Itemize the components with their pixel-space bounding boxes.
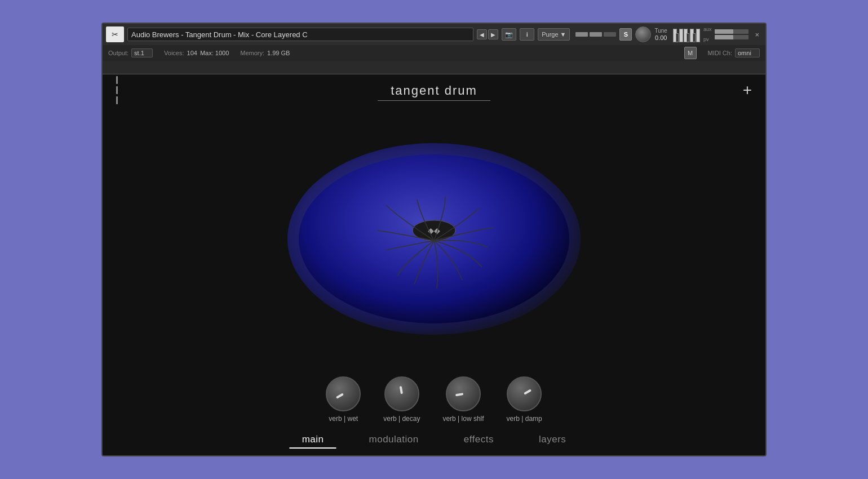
instrument-header: tangent drum + xyxy=(103,74,765,105)
camera-button[interactable]: 📷 xyxy=(502,28,516,41)
verb-lowshlf-label: verb | low shlf xyxy=(442,415,484,423)
memory-label: Memory: xyxy=(240,50,264,56)
verb-lowshlf-knob[interactable] xyxy=(446,376,481,411)
voices-section: Voices: 104 Max: 1000 xyxy=(164,50,229,56)
tune-value: 0.00 xyxy=(655,34,667,41)
output-label: Output: xyxy=(108,50,129,56)
nav-tabs: main modulation effects layers xyxy=(103,428,765,455)
level-sliders xyxy=(715,29,749,39)
level-slider-top[interactable] xyxy=(715,29,749,34)
knob-control-verb-lowshlf: verb | low shlf xyxy=(442,376,484,423)
nav-arrows: ◀ ▶ xyxy=(477,29,498,39)
memory-value: 1.99 GB xyxy=(267,50,290,56)
purge-label: Purge xyxy=(542,31,558,38)
knob-control-verb-wet: verb | wet xyxy=(326,376,361,423)
controls-row: verb | wet verb | decay verb | low shlf … xyxy=(103,372,765,428)
menu-line-3 xyxy=(116,96,118,104)
instrument-area: tangent drum + ◆◆ xyxy=(103,74,765,455)
piano-display xyxy=(673,26,700,42)
verb-damp-label: verb | damp xyxy=(507,415,542,423)
add-button[interactable]: + xyxy=(743,81,752,99)
top-bar: ✂ Audio Brewers - Tangent Drum - Mix - C… xyxy=(103,24,765,74)
menu-line-1 xyxy=(116,76,118,84)
tab-main[interactable]: main xyxy=(280,431,347,449)
menu-line-2 xyxy=(116,86,118,94)
piano-key-black xyxy=(693,33,696,42)
plugin-window: ✂ Audio Brewers - Tangent Drum - Mix - C… xyxy=(101,23,767,456)
output-section: Output: st.1 xyxy=(108,48,153,57)
piano-key-white xyxy=(679,29,683,42)
tune-label: Tune xyxy=(654,28,667,34)
output-select[interactable]: st.1 xyxy=(131,48,153,57)
midi-section: MIDI Ch: omni xyxy=(708,48,760,57)
close-button[interactable]: × xyxy=(752,29,762,39)
tab-layers[interactable]: layers xyxy=(516,431,588,449)
piano-key-black xyxy=(676,33,679,42)
tab-modulation[interactable]: modulation xyxy=(347,431,441,449)
toolbar-row1: ✂ Audio Brewers - Tangent Drum - Mix - C… xyxy=(103,24,765,45)
voices-label: Voices: xyxy=(164,50,184,56)
logo-icon: ✂ xyxy=(106,26,124,42)
purge-button[interactable]: Purge ▼ xyxy=(538,28,570,41)
purge-chevron-icon: ▼ xyxy=(560,31,566,38)
next-patch-button[interactable]: ▶ xyxy=(488,29,498,39)
voices-value: 104 xyxy=(187,50,197,56)
menu-button[interactable] xyxy=(116,76,118,104)
verb-damp-knob[interactable] xyxy=(507,376,542,411)
knob-control-verb-decay: verb | decay xyxy=(383,376,420,423)
drum-canvas: ◆◆ xyxy=(271,126,597,352)
aux-pv-labels: aux pv xyxy=(703,26,712,42)
m-button[interactable]: M xyxy=(684,47,697,59)
verb-decay-label: verb | decay xyxy=(383,415,420,423)
pv-label: pv xyxy=(703,37,712,42)
meter-bar-1 xyxy=(575,32,588,37)
piano-key-white xyxy=(696,29,700,42)
piano-key-black xyxy=(687,33,689,42)
level-slider-bottom[interactable] xyxy=(715,35,749,39)
aux-label: aux xyxy=(703,26,712,32)
memory-section: Memory: 1.99 GB xyxy=(240,50,290,56)
verb-decay-knob[interactable] xyxy=(384,376,419,411)
drum-tongues-svg: ◆◆ xyxy=(293,149,575,329)
drum-visual: ◆◆ xyxy=(103,105,765,372)
meter-bar-2 xyxy=(590,32,602,37)
patch-name-display: Audio Brewers - Tangent Drum - Mix - Cor… xyxy=(127,28,473,41)
verb-wet-label: verb | wet xyxy=(329,415,358,423)
prev-patch-button[interactable]: ◀ xyxy=(477,29,487,39)
meter-bar-3 xyxy=(604,32,616,37)
voices-max: Max: 1000 xyxy=(200,50,229,56)
verb-wet-knob[interactable] xyxy=(326,376,361,411)
midi-label: MIDI Ch: xyxy=(708,50,732,56)
instrument-title: tangent drum xyxy=(378,83,490,101)
tab-effects[interactable]: effects xyxy=(441,431,516,449)
s-button[interactable]: S xyxy=(619,28,632,41)
tune-knob[interactable] xyxy=(635,26,651,42)
tune-section: Tune 0.00 xyxy=(654,28,667,41)
knob-control-verb-damp: verb | damp xyxy=(507,376,542,423)
toolbar-row2: Output: st.1 Voices: 104 Max: 1000 Memor… xyxy=(103,45,765,61)
midi-select[interactable]: omni xyxy=(735,48,760,57)
info-button[interactable]: i xyxy=(520,28,534,41)
